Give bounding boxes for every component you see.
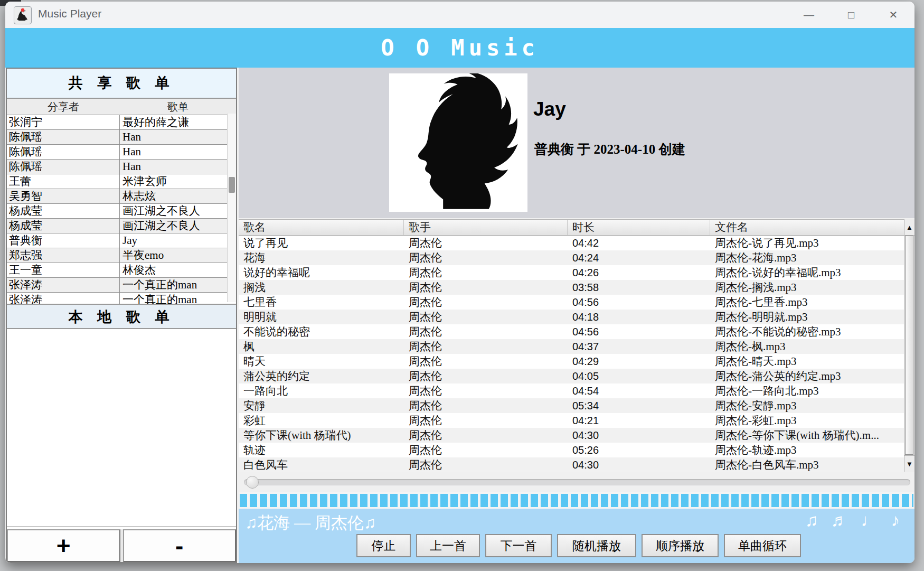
- artist-cell: 周杰伦: [404, 236, 568, 250]
- previous-button[interactable]: 上一首: [416, 534, 480, 557]
- song-row[interactable]: 说了再见周杰伦04:42周杰伦-说了再见.mp3: [239, 236, 904, 250]
- playlist-cell: Jay: [120, 233, 236, 248]
- seek-bar: [239, 472, 914, 492]
- duration-cell: 04:54: [568, 383, 710, 398]
- sharer-cell: 杨成莹: [7, 204, 120, 218]
- scroll-up-icon[interactable]: ▲: [904, 219, 914, 236]
- song-row[interactable]: 白色风车周杰伦04:30周杰伦-白色风车.mp3: [239, 457, 904, 472]
- duration-cell: 04:56: [568, 324, 710, 339]
- duration-cell: 05:26: [568, 443, 710, 457]
- shared-playlist-row[interactable]: 陈佩瑶Han: [7, 160, 236, 174]
- stripe-pattern: [240, 494, 913, 507]
- song-row[interactable]: 等你下课(with 杨瑞代)周杰伦04:30周杰伦-等你下课(with 杨瑞代)…: [239, 428, 904, 443]
- sidebar-scrollbar[interactable]: [227, 114, 236, 302]
- playlist-info-panel: Jay 普典衡 于 2023-04-10 创建: [239, 68, 914, 218]
- shared-playlist-row[interactable]: 张泽涛一个真正的man: [7, 293, 236, 304]
- song-name-cell: 搁浅: [239, 280, 404, 295]
- shared-playlist-row[interactable]: 陈佩瑶Han: [7, 130, 236, 145]
- artist-cell: 周杰伦: [404, 310, 568, 324]
- shared-playlist-row[interactable]: 陈佩瑶Han: [7, 145, 236, 160]
- playlist-cell: 一个真正的man: [120, 293, 236, 304]
- playlist-cell: 画江湖之不良人: [120, 219, 236, 233]
- next-button[interactable]: 下一首: [485, 534, 552, 557]
- playlist-cell: 一个真正的man: [120, 278, 236, 292]
- music-player-window: Music Player — □ ✕ O O Music 共 享 歌 单 分享者…: [5, 2, 914, 563]
- song-table-scrollbar[interactable]: ▲ ▼: [904, 219, 914, 472]
- shared-playlist-row[interactable]: 张润宁最好的薛之谦: [7, 115, 236, 130]
- shared-playlist-row[interactable]: 王一童林俊杰: [7, 263, 236, 278]
- song-table-rows: 说了再见周杰伦04:42周杰伦-说了再见.mp3花海周杰伦04:24周杰伦-花海…: [239, 236, 904, 472]
- app-icon: [14, 6, 32, 24]
- playlist-cell: 画江湖之不良人: [120, 204, 236, 218]
- artist-cell: 周杰伦: [404, 369, 568, 383]
- song-row[interactable]: 蒲公英的约定周杰伦04:05周杰伦-蒲公英的约定.mp3: [239, 369, 904, 383]
- filename-cell: 周杰伦-说好的幸福呢.mp3: [710, 265, 904, 280]
- sharer-cell: 杨成莹: [7, 219, 120, 233]
- duration-cell: 04:29: [568, 354, 710, 369]
- shared-playlist-rows: 张润宁最好的薛之谦陈佩瑶Han陈佩瑶Han陈佩瑶Han王蕾米津玄师吴勇智林志炫杨…: [7, 115, 236, 304]
- shared-playlist-row[interactable]: 郑志强半夜emo: [7, 248, 236, 263]
- scroll-down-icon[interactable]: ▼: [904, 455, 914, 472]
- song-row[interactable]: 枫周杰伦04:37周杰伦-枫.mp3: [239, 339, 904, 354]
- song-table-header: 歌名 歌手 时长 文件名: [239, 219, 904, 236]
- shared-playlist-row[interactable]: 普典衡Jay: [7, 233, 236, 248]
- song-row[interactable]: 一路向北周杰伦04:54周杰伦-一路向北.mp3: [239, 383, 904, 398]
- minimize-button[interactable]: —: [788, 2, 830, 28]
- playlist-cell: 半夜emo: [120, 248, 236, 263]
- song-row[interactable]: 晴天周杰伦04:29周杰伦-晴天.mp3: [239, 354, 904, 369]
- artist-cell: 周杰伦: [404, 324, 568, 339]
- filename-cell: 周杰伦-七里香.mp3: [710, 295, 904, 310]
- song-row[interactable]: 彩虹周杰伦04:21周杰伦-彩虹.mp3: [239, 413, 904, 428]
- song-row[interactable]: 七里香周杰伦04:56周杰伦-七里香.mp3: [239, 295, 904, 310]
- filename-cell: 周杰伦-等你下课(with 杨瑞代).m...: [710, 428, 904, 443]
- music-note-icon: ♪: [891, 510, 900, 531]
- song-row[interactable]: 轨迹周杰伦05:26周杰伦-轨迹.mp3: [239, 443, 904, 457]
- playlist-name: Jay: [533, 98, 566, 120]
- stop-button[interactable]: 停止: [356, 534, 411, 557]
- song-name-cell: 七里香: [239, 295, 404, 310]
- sharer-cell: 吴勇智: [7, 189, 120, 203]
- maximize-button[interactable]: □: [830, 2, 872, 28]
- song-name-cell: 明明就: [239, 310, 404, 324]
- seek-thumb[interactable]: [246, 476, 259, 489]
- add-playlist-button[interactable]: +: [7, 529, 120, 562]
- shared-playlist-row[interactable]: 张泽涛一个真正的man: [7, 278, 236, 293]
- seek-track[interactable]: [244, 479, 910, 485]
- playlist-cell: 最好的薛之谦: [120, 115, 236, 129]
- song-name-cell: 轨迹: [239, 443, 404, 457]
- app-header: O O Music: [5, 28, 914, 68]
- shared-playlist-row[interactable]: 杨成莹画江湖之不良人: [7, 204, 236, 219]
- sidebar-scrollbar-thumb[interactable]: [229, 177, 235, 193]
- shuffle-play-button[interactable]: 随机播放: [557, 534, 636, 557]
- song-row[interactable]: 花海周杰伦04:24周杰伦-花海.mp3: [239, 250, 904, 265]
- remove-playlist-button[interactable]: -: [123, 529, 237, 562]
- song-name-cell: 晴天: [239, 354, 404, 369]
- filename-cell: 周杰伦-不能说的秘密.mp3: [710, 324, 904, 339]
- filename-cell: 周杰伦-蒲公英的约定.mp3: [710, 369, 904, 383]
- song-row[interactable]: 不能说的秘密周杰伦04:56周杰伦-不能说的秘密.mp3: [239, 324, 904, 339]
- song-row[interactable]: 说好的幸福呢周杰伦04:26周杰伦-说好的幸福呢.mp3: [239, 265, 904, 280]
- song-name-cell: 白色风车: [239, 457, 404, 472]
- filename-cell: 周杰伦-晴天.mp3: [710, 354, 904, 369]
- song-name-cell: 彩虹: [239, 413, 404, 428]
- sharer-cell: 王蕾: [7, 174, 120, 189]
- shared-playlists-header: 分享者 歌单: [7, 99, 236, 115]
- song-scrollbar-thumb[interactable]: [905, 236, 913, 455]
- duration-cell: 04:30: [568, 428, 710, 443]
- song-name-cell: 说好的幸福呢: [239, 265, 404, 280]
- close-button[interactable]: ✕: [872, 2, 914, 28]
- song-row[interactable]: 搁浅周杰伦03:58周杰伦-搁浅.mp3: [239, 280, 904, 295]
- sequential-play-button[interactable]: 顺序播放: [642, 534, 719, 557]
- column-header-sharer: 分享者: [7, 99, 120, 115]
- shared-playlist-row[interactable]: 吴勇智林志炫: [7, 189, 236, 204]
- song-row[interactable]: 明明就周杰伦04:18周杰伦-明明就.mp3: [239, 310, 904, 324]
- repeat-one-button[interactable]: 单曲循环: [724, 534, 801, 557]
- filename-cell: 周杰伦-白色风车.mp3: [710, 457, 904, 472]
- window-title: Music Player: [38, 7, 101, 20]
- shared-playlist-row[interactable]: 王蕾米津玄师: [7, 174, 236, 189]
- playlist-cover-image: [389, 73, 527, 212]
- shared-playlist-row[interactable]: 杨成莹画江湖之不良人: [7, 219, 236, 233]
- duration-cell: 03:58: [568, 280, 710, 295]
- song-row[interactable]: 安靜周杰伦05:34周杰伦-安靜.mp3: [239, 398, 904, 413]
- song-name-cell: 一路向北: [239, 383, 404, 398]
